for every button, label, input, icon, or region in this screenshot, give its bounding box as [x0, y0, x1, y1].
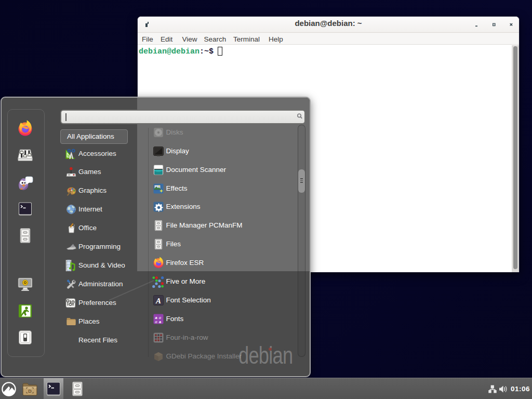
- svg-text:a: a: [155, 319, 157, 324]
- svg-text:D: D: [28, 389, 32, 394]
- svg-text:A: A: [155, 297, 161, 305]
- svg-text:a: a: [159, 319, 162, 324]
